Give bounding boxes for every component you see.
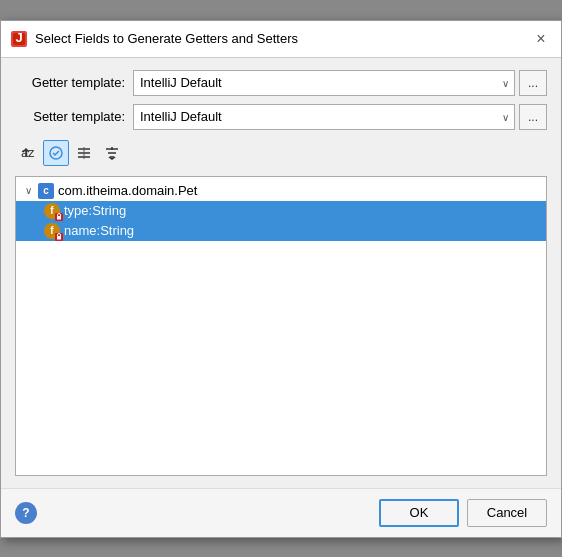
tree-item-name[interactable]: f name:String: [16, 221, 546, 241]
getter-dropdown-container: IntelliJ Default ∨: [133, 70, 515, 96]
setter-dropdown-container: IntelliJ Default ∨: [133, 104, 515, 130]
filter-button[interactable]: [99, 140, 125, 166]
tree-root-label: com.itheima.domain.Pet: [58, 183, 197, 198]
tree-item-type[interactable]: f type:String: [16, 201, 546, 221]
dialog-footer: ? OK Cancel: [1, 488, 561, 537]
tree-item-name-label: name:String: [64, 223, 134, 238]
getter-label: Getter template:: [15, 75, 125, 90]
app-icon: J: [11, 31, 27, 47]
setter-label: Setter template:: [15, 109, 125, 124]
setter-ellipsis-button[interactable]: ...: [519, 104, 547, 130]
tree-root-item[interactable]: ∨ c com.itheima.domain.Pet: [16, 181, 546, 201]
close-button[interactable]: ×: [531, 29, 551, 49]
cancel-button[interactable]: Cancel: [467, 499, 547, 527]
title-bar: J Select Fields to Generate Getters and …: [1, 21, 561, 58]
ok-button[interactable]: OK: [379, 499, 459, 527]
svg-rect-15: [57, 236, 61, 240]
dialog-title: Select Fields to Generate Getters and Se…: [35, 31, 298, 46]
getter-template-select[interactable]: IntelliJ Default: [133, 70, 515, 96]
sort-az-button[interactable]: a z: [15, 140, 41, 166]
svg-text:J: J: [15, 32, 22, 45]
svg-rect-14: [57, 216, 61, 220]
help-button[interactable]: ?: [15, 502, 37, 524]
getter-dropdown-wrapper: IntelliJ Default ∨ ...: [133, 70, 547, 96]
tree-item-type-label: type:String: [64, 203, 126, 218]
tree-root: ∨ c com.itheima.domain.Pet f: [16, 177, 546, 245]
lock-icon-type: [55, 213, 63, 221]
dialog-content: Getter template: IntelliJ Default ∨ ... …: [1, 58, 561, 488]
title-bar-left: J Select Fields to Generate Getters and …: [11, 31, 298, 47]
setter-dropdown-wrapper: IntelliJ Default ∨ ...: [133, 104, 547, 130]
field-icon-wrapper-name: f: [44, 223, 60, 239]
getter-row: Getter template: IntelliJ Default ∨ ...: [15, 70, 547, 96]
tree-toggle-icon: ∨: [22, 185, 34, 197]
field-icon-wrapper-type: f: [44, 203, 60, 219]
setter-template-select[interactable]: IntelliJ Default: [133, 104, 515, 130]
toolbar: a z: [15, 138, 547, 168]
toggle-all-button[interactable]: [43, 140, 69, 166]
lock-icon-name: [55, 233, 63, 241]
svg-text:z: z: [28, 145, 35, 160]
getter-ellipsis-button[interactable]: ...: [519, 70, 547, 96]
align-fields-button[interactable]: [71, 140, 97, 166]
setter-row: Setter template: IntelliJ Default ∨ ...: [15, 104, 547, 130]
class-icon: c: [38, 183, 54, 199]
tree-panel: ∨ c com.itheima.domain.Pet f: [15, 176, 547, 476]
main-dialog: J Select Fields to Generate Getters and …: [0, 20, 562, 538]
